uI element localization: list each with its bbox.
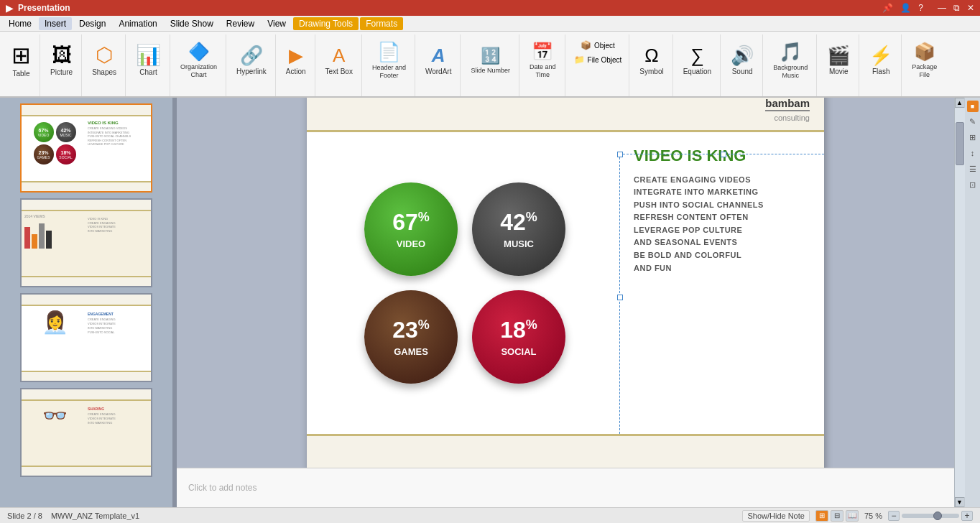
bullet-text: CREATE ENGAGING VIDEOS INTEGRATE INTO MA… bbox=[634, 174, 813, 275]
equation-icon: ∑ bbox=[690, 46, 704, 65]
slide-thumb-5[interactable]: 👓 SHARING CREATE ENGAGINGVIDEOS INTEGRAT… bbox=[20, 388, 152, 477]
scroll-thumb[interactable] bbox=[956, 122, 964, 165]
ribbon-group-datetime: 📅 Date andTime bbox=[521, 34, 565, 96]
user-icon[interactable]: 👤 bbox=[900, 3, 911, 13]
scroll-up[interactable]: ▲ bbox=[955, 98, 965, 108]
current-slide[interactable]: bambam consulting 67% VIDEO bbox=[307, 98, 824, 468]
flash-button[interactable]: ⚡ Flash bbox=[865, 36, 897, 86]
datetime-icon: 📅 bbox=[532, 43, 553, 60]
ribbon-group-textbox: A Text Box bbox=[317, 34, 362, 96]
chart-button[interactable]: 📊 Chart bbox=[131, 36, 165, 86]
sidebar-btn-2[interactable]: ✎ bbox=[966, 115, 979, 128]
menu-animation[interactable]: Animation bbox=[113, 17, 162, 30]
menu-design[interactable]: Design bbox=[73, 17, 111, 30]
zoom-in-button[interactable]: + bbox=[961, 511, 973, 521]
sidebar-btn-5[interactable]: ☰ bbox=[966, 162, 979, 175]
movie-button[interactable]: 🎬 Movie bbox=[823, 36, 854, 86]
ribbon-group-slidenumber: 🔢 Slide Number bbox=[462, 34, 519, 96]
action-button[interactable]: ▶ Action bbox=[282, 36, 310, 86]
close-icon[interactable]: ✕ bbox=[967, 3, 974, 13]
menu-home[interactable]: Home bbox=[3, 17, 37, 30]
table-button[interactable]: ⊞ Table bbox=[7, 36, 35, 86]
picture-icon: 🖼 bbox=[52, 45, 72, 65]
menu-formats[interactable]: Formats bbox=[360, 17, 403, 30]
zoom-slider[interactable] bbox=[902, 514, 959, 518]
view-sorter-button[interactable]: ⊟ bbox=[831, 510, 843, 522]
ribbon-group-fileobject: 📦 Object 📁 File Object bbox=[567, 34, 630, 96]
sound-button[interactable]: 🔊 Sound bbox=[726, 36, 758, 86]
ribbon-group-sound: 🔊 Sound bbox=[722, 34, 763, 96]
picture-button[interactable]: 🖼 Picture bbox=[46, 36, 77, 86]
title-bar: ▶ Presentation 📌 👤 ? — ⧉ ✕ bbox=[0, 0, 980, 16]
slide-thumb-2[interactable]: 67% VIDEO 42% MUSIC 23% bbox=[20, 103, 152, 193]
object-button[interactable]: 📦 Object bbox=[578, 39, 618, 52]
org-chart-icon: 🔷 bbox=[188, 43, 210, 60]
org-chart-button[interactable]: 🔷 OrganizationChart bbox=[176, 36, 221, 86]
slide-thumb-4[interactable]: 👩‍💼 ENGAGEMENT CREATE ENGAGINGVIDEOS INT… bbox=[20, 293, 152, 382]
slide-thumb-3[interactable]: 2014 VIEWS VIDEO IS KINGCREATE ENGAGINGV… bbox=[20, 198, 152, 287]
textbox-button[interactable]: A Text Box bbox=[321, 36, 357, 86]
slide-thumb-container-3: 3 2014 VIEWS bbox=[6, 198, 167, 287]
status-bar: Slide 2 / 8 MWW_ANZ Template_v1 Show/Hid… bbox=[0, 507, 980, 523]
restore-icon[interactable]: ⧉ bbox=[953, 3, 960, 13]
sidebar-btn-4[interactable]: ↕ bbox=[966, 147, 979, 159]
fileobject-button[interactable]: 📁 File Object bbox=[571, 53, 625, 66]
wordart-button[interactable]: A WordArt bbox=[421, 36, 456, 86]
help-icon[interactable]: ? bbox=[918, 3, 923, 13]
menu-slideshow[interactable]: Slide Show bbox=[165, 17, 219, 30]
slidenumber-icon: 🔢 bbox=[481, 48, 500, 64]
ribbon-group-movie: 🎬 Movie bbox=[818, 34, 859, 96]
zoom-controls: − + bbox=[888, 511, 973, 521]
sidebar-btn-3[interactable]: ⊞ bbox=[966, 131, 979, 144]
view-reading-button[interactable]: 📖 bbox=[846, 510, 859, 522]
hyperlink-icon: 🔗 bbox=[240, 46, 263, 65]
slide-left: 67% VIDEO 42% MUSIC 23% GAMES bbox=[307, 132, 623, 434]
ribbon-group-action: ▶ Action bbox=[277, 34, 315, 96]
ribbon-group-flash: ⚡ Flash bbox=[861, 34, 902, 96]
bubble-music: 42% MUSIC bbox=[472, 182, 565, 276]
app-name: Presentation bbox=[18, 3, 70, 13]
pin-icon[interactable]: 📌 bbox=[882, 3, 893, 13]
movie-icon: 🎬 bbox=[827, 46, 850, 65]
slide-panel: 2 67% VIDEO 42% bbox=[0, 98, 172, 507]
headerfooter-icon: 📄 bbox=[377, 42, 400, 61]
menu-review[interactable]: Review bbox=[221, 17, 260, 30]
minimize-icon[interactable]: — bbox=[938, 3, 946, 13]
zoom-out-button[interactable]: − bbox=[888, 511, 900, 521]
ribbon-group-bgmusic: 🎵 BackgroundMusic bbox=[764, 34, 817, 96]
menu-drawingtool[interactable]: Drawing Tools bbox=[293, 17, 359, 30]
menu-insert[interactable]: Insert bbox=[39, 17, 72, 30]
notes-placeholder: Click to add notes bbox=[188, 483, 256, 493]
sidebar-btn-6[interactable]: ⊡ bbox=[966, 178, 979, 191]
headerfooter-button[interactable]: 📄 Header andFooter bbox=[368, 36, 410, 86]
bubbles-row-bottom: 23% GAMES 18% SOCIAL bbox=[364, 290, 565, 384]
packagefile-button[interactable]: 📦 PackageFile bbox=[907, 36, 941, 86]
title-bar-left: ▶ Presentation bbox=[6, 2, 70, 14]
bgmusic-icon: 🎵 bbox=[779, 42, 802, 61]
table-icon: ⊞ bbox=[11, 44, 31, 67]
slidenumber-button[interactable]: 🔢 Slide Number bbox=[466, 36, 514, 86]
shapes-button[interactable]: ⬡ Shapes bbox=[88, 36, 121, 86]
ribbon-group-org: 🔷 OrganizationChart bbox=[172, 34, 226, 96]
hyperlink-button[interactable]: 🔗 Hyperlink bbox=[232, 36, 271, 86]
flash-icon: ⚡ bbox=[869, 46, 892, 65]
bubble-social: 18% SOCIAL bbox=[472, 290, 565, 384]
slide-thumb-container-4: 4 👩‍💼 ENGAGEMENT CREATE ENGAGINGVIDEOS I… bbox=[6, 293, 167, 382]
scroll-down[interactable]: ▼ bbox=[955, 497, 965, 507]
slide-main: 67% VIDEO 42% MUSIC 23% GAMES bbox=[307, 132, 824, 434]
sidebar-btn-1[interactable]: ■ bbox=[967, 101, 979, 112]
datetime-button[interactable]: 📅 Date andTime bbox=[525, 36, 560, 86]
notes-area[interactable]: Click to add notes bbox=[177, 468, 954, 507]
menu-view[interactable]: View bbox=[262, 17, 292, 30]
ribbon-group-picture: 🖼 Picture bbox=[42, 34, 82, 96]
app-logo: ▶ bbox=[6, 2, 14, 14]
view-normal-button[interactable]: ⊞ bbox=[815, 510, 828, 522]
ribbon-group-packagefile: 📦 PackageFile bbox=[903, 34, 946, 96]
zoom-level: 75 % bbox=[864, 512, 882, 520]
symbol-button[interactable]: Ω Symbol bbox=[635, 36, 667, 86]
bgmusic-button[interactable]: 🎵 BackgroundMusic bbox=[769, 36, 812, 86]
equation-button[interactable]: ∑ Equation bbox=[679, 36, 716, 86]
show-hide-note-button[interactable]: Show/Hide Note bbox=[742, 510, 810, 522]
slide-right: VIDEO IS KING CREATE ENGAGING VIDEOS INT… bbox=[623, 132, 824, 434]
status-right: Show/Hide Note ⊞ ⊟ 📖 75 % − + bbox=[742, 510, 973, 522]
